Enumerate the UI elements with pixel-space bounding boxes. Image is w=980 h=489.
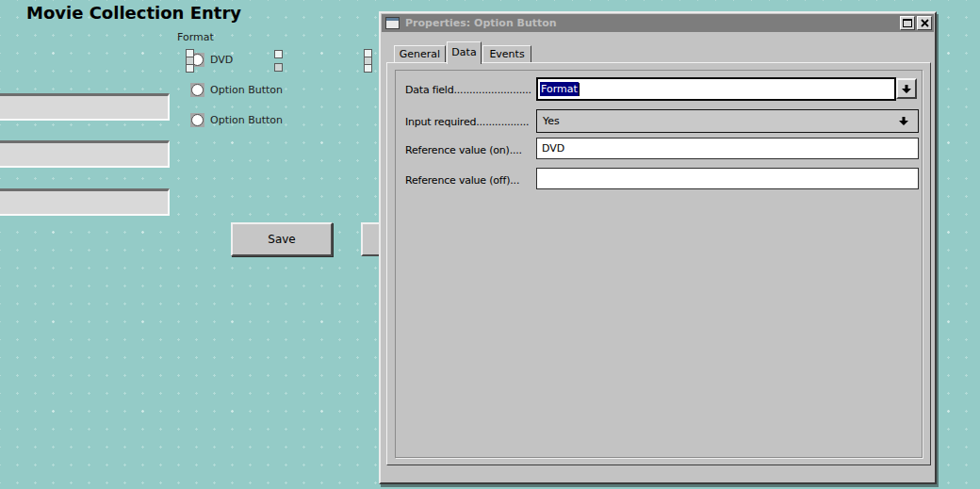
text-box-control-1[interactable] xyxy=(0,93,170,121)
reference-off-label: Reference value (off)... xyxy=(405,174,519,187)
radio-circle-icon[interactable] xyxy=(191,84,204,96)
option-button-3[interactable]: Option Button xyxy=(190,113,283,127)
input-required-label: Input required................. xyxy=(405,116,529,128)
maximize-button[interactable] xyxy=(900,16,915,30)
option-button-label: Option Button xyxy=(210,114,283,126)
dialog-titlebar[interactable]: Properties: Option Button xyxy=(382,14,934,32)
text-box-control-2[interactable] xyxy=(0,140,170,168)
tab-general[interactable]: General xyxy=(394,45,446,63)
selection-handle[interactable] xyxy=(274,50,283,58)
tab-data-label: Data xyxy=(451,46,476,58)
form-heading: Movie Collection Entry xyxy=(26,3,241,23)
dropdown-arrow-icon xyxy=(902,85,911,93)
text-cursor xyxy=(579,83,580,96)
tab-events[interactable]: Events xyxy=(482,45,531,63)
input-required-dropdown[interactable]: Yes xyxy=(536,109,919,133)
data-field-label: Data field......................... xyxy=(405,84,531,96)
save-button[interactable]: Save xyxy=(231,222,333,256)
reference-off-field[interactable] xyxy=(536,168,919,189)
tab-events-label: Events xyxy=(489,48,524,60)
tab-general-label: General xyxy=(400,48,440,60)
text-box-control-3[interactable] xyxy=(0,188,170,216)
reference-on-value: DVD xyxy=(542,142,564,155)
close-icon xyxy=(921,19,929,27)
option-button-label: Option Button xyxy=(210,84,283,96)
partially-hidden-button[interactable] xyxy=(361,222,380,256)
reference-on-label: Reference value (on).... xyxy=(405,144,522,156)
format-group-label: Format xyxy=(177,31,214,43)
radio-circle-icon[interactable] xyxy=(191,114,204,126)
dialog-title: Properties: Option Button xyxy=(405,17,898,29)
save-button-label: Save xyxy=(268,233,295,246)
form-design-canvas: Movie Collection Entry Format DVD Option… xyxy=(0,0,980,489)
selection-handle[interactable] xyxy=(186,64,194,73)
option-button-2[interactable]: Option Button xyxy=(190,83,283,97)
close-button[interactable] xyxy=(917,16,932,30)
reference-on-field[interactable]: DVD xyxy=(536,138,919,159)
option-button-dvd[interactable]: DVD xyxy=(190,53,233,67)
selection-handle[interactable] xyxy=(274,63,283,72)
maximize-icon xyxy=(903,19,912,27)
data-field-dropdown-button[interactable] xyxy=(896,78,917,99)
selection-handle[interactable] xyxy=(364,64,372,73)
input-required-value: Yes xyxy=(543,115,560,127)
window-icon xyxy=(385,17,400,29)
dropdown-arrow-icon xyxy=(899,117,908,125)
option-button-label: DVD xyxy=(210,54,233,66)
radio-background xyxy=(190,113,204,127)
radio-background xyxy=(190,83,204,97)
tab-data[interactable]: Data xyxy=(447,41,482,64)
data-field-combobox[interactable]: Format xyxy=(536,77,896,101)
data-field-value: Format xyxy=(540,82,579,96)
properties-dialog: Properties: Option Button General Data E… xyxy=(379,11,937,484)
